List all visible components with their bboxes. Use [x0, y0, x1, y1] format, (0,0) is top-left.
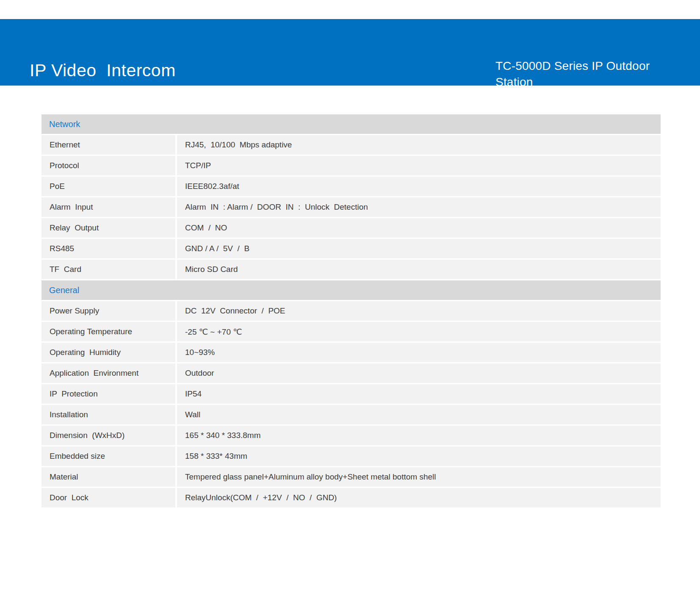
spec-value: Outdoor	[177, 363, 661, 383]
spec-label: Operating Humidity	[42, 343, 175, 362]
spec-row: Operating Temperature-25 ℃ ~ +70 ℃	[42, 322, 661, 341]
spec-row: ProtocolTCP/IP	[42, 156, 661, 175]
spec-label: Dimension (WxHxD)	[42, 426, 175, 445]
spec-row: Embedded size158 * 333* 43mm	[42, 446, 661, 466]
spec-row: Alarm InputAlarm IN : Alarm / DOOR IN : …	[42, 197, 661, 217]
spec-row: InstallationWall	[42, 405, 661, 424]
spec-label: TF Card	[42, 260, 175, 279]
spec-label: Application Environment	[42, 363, 175, 383]
spec-label: Protocol	[42, 156, 175, 175]
spec-value: IP54	[177, 384, 661, 404]
spec-label: Door Lock	[42, 488, 175, 507]
spec-value: COM / NO	[177, 218, 661, 238]
spec-row: RS485GND / A / 5V / B	[42, 239, 661, 258]
spec-label: Material	[42, 467, 175, 487]
banner: IP Video Intercom TC-5000D Series IP Out…	[0, 19, 700, 86]
section-header-general: General	[42, 280, 661, 300]
spec-label: Relay Output	[42, 218, 175, 238]
datasheet-page: IP Video Intercom TC-5000D Series IP Out…	[0, 0, 700, 596]
spec-value: TCP/IP	[177, 156, 661, 175]
spec-value: GND / A / 5V / B	[177, 239, 661, 258]
spec-value: Alarm IN : Alarm / DOOR IN : Unlock Dete…	[177, 197, 661, 217]
spec-value: -25 ℃ ~ +70 ℃	[177, 322, 661, 341]
spec-row: TF CardMicro SD Card	[42, 260, 661, 279]
spec-label: RS485	[42, 239, 175, 258]
spec-label: IP Protection	[42, 384, 175, 404]
spec-row: Power SupplyDC 12V Connector / POE	[42, 301, 661, 321]
section-header-network: Network	[42, 114, 661, 134]
spec-row: Relay OutputCOM / NO	[42, 218, 661, 238]
spec-value: Micro SD Card	[177, 260, 661, 279]
spec-value: Wall	[177, 405, 661, 424]
spec-value: 10~93%	[177, 343, 661, 362]
section-title: General	[49, 286, 79, 295]
spec-label: Alarm Input	[42, 197, 175, 217]
spec-label: Power Supply	[42, 301, 175, 321]
section-title: Network	[49, 119, 80, 129]
spec-value: Tempered glass panel+Aluminum alloy body…	[177, 467, 661, 487]
spec-value: RJ45, 10/100 Mbps adaptive	[177, 135, 661, 155]
model-series-title: TC-5000D Series IP Outdoor Station	[495, 58, 682, 90]
spec-label: Installation	[42, 405, 175, 424]
spec-value: RelayUnlock(COM / +12V / NO / GND)	[177, 488, 661, 507]
spec-value: 165 * 340 * 333.8mm	[177, 426, 661, 445]
spec-row: MaterialTempered glass panel+Aluminum al…	[42, 467, 661, 487]
spec-table: NetworkEthernetRJ45, 10/100 Mbps adaptiv…	[42, 114, 661, 509]
spec-value: DC 12V Connector / POE	[177, 301, 661, 321]
spec-row: IP ProtectionIP54	[42, 384, 661, 404]
spec-label: PoE	[42, 177, 175, 196]
spec-label: Ethernet	[42, 135, 175, 155]
spec-row: Operating Humidity10~93%	[42, 343, 661, 362]
spec-value: IEEE802.3af/at	[177, 177, 661, 196]
spec-row: Door LockRelayUnlock(COM / +12V / NO / G…	[42, 488, 661, 507]
spec-row: Application EnvironmentOutdoor	[42, 363, 661, 383]
spec-label: Operating Temperature	[42, 322, 175, 341]
spec-row: Dimension (WxHxD)165 * 340 * 333.8mm	[42, 426, 661, 445]
spec-row: EthernetRJ45, 10/100 Mbps adaptive	[42, 135, 661, 155]
product-line-title: IP Video Intercom	[30, 62, 176, 79]
spec-label: Embedded size	[42, 446, 175, 466]
spec-row: PoEIEEE802.3af/at	[42, 177, 661, 196]
spec-value: 158 * 333* 43mm	[177, 446, 661, 466]
